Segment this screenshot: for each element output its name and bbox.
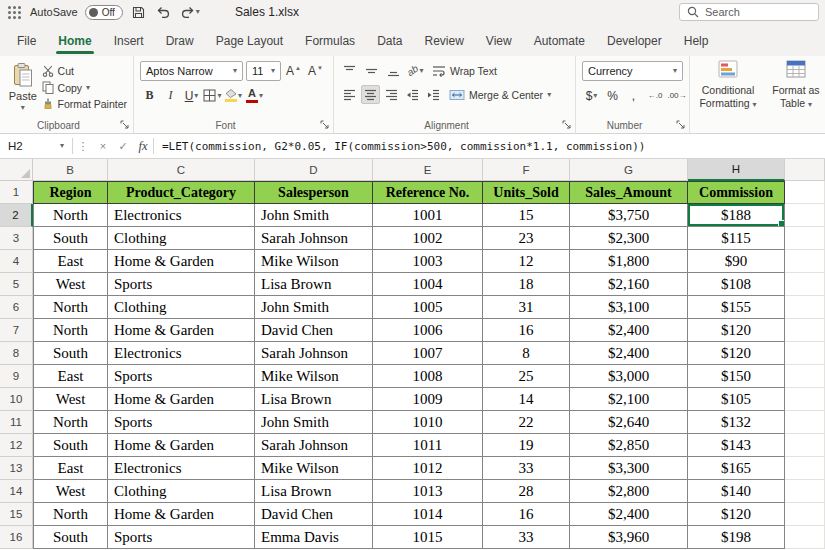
cell-E14[interactable]: 1013 [373, 480, 483, 503]
ribbon-tab-developer[interactable]: Developer [596, 28, 673, 56]
number-dialog-launcher-icon[interactable] [676, 120, 685, 129]
cell-E10[interactable]: 1009 [373, 388, 483, 411]
ribbon-tab-insert[interactable]: Insert [103, 28, 155, 56]
format-as-table-button[interactable]: Format as Table ▾ [764, 60, 825, 119]
cell-B3[interactable]: South [33, 227, 108, 250]
cell-C16[interactable]: Sports [108, 526, 255, 549]
cell-F10[interactable]: 14 [483, 388, 570, 411]
italic-button[interactable]: I [161, 86, 180, 105]
cell-F3[interactable]: 23 [483, 227, 570, 250]
cell-D13[interactable]: Mike Wilson [255, 457, 373, 480]
undo-button[interactable] [154, 6, 172, 18]
cell-empty-1[interactable] [785, 181, 825, 204]
app-launcher-icon[interactable] [8, 6, 21, 19]
save-button[interactable] [130, 6, 147, 19]
copy-button[interactable]: Copy ▾ [42, 81, 127, 94]
top-align-button[interactable] [340, 61, 359, 80]
cell-H2[interactable]: $188 [688, 204, 785, 227]
accounting-format-button[interactable]: $▾ [582, 86, 601, 105]
cell-H8[interactable]: $120 [688, 342, 785, 365]
font-dialog-launcher-icon[interactable] [320, 120, 329, 129]
cell-B14[interactable]: West [33, 480, 108, 503]
redo-button[interactable]: ▾ [179, 6, 202, 18]
document-title[interactable]: Sales 1.xlsx [235, 5, 299, 19]
borders-button[interactable]: ▾ [203, 86, 222, 105]
cell-C3[interactable]: Clothing [108, 227, 255, 250]
cell-H6[interactable]: $155 [688, 296, 785, 319]
cell-C4[interactable]: Home & Garden [108, 250, 255, 273]
cell-E12[interactable]: 1011 [373, 434, 483, 457]
cell-B11[interactable]: North [33, 411, 108, 434]
middle-align-button[interactable] [362, 61, 381, 80]
row-header-10[interactable]: 10 [0, 388, 33, 411]
cell-C12[interactable]: Home & Garden [108, 434, 255, 457]
cell-H16[interactable]: $198 [688, 526, 785, 549]
cell-B2[interactable]: North [33, 204, 108, 227]
align-left-button[interactable] [340, 85, 359, 104]
cell-E5[interactable]: 1004 [373, 273, 483, 296]
cell-F6[interactable]: 31 [483, 296, 570, 319]
cell-H5[interactable]: $108 [688, 273, 785, 296]
cell-E3[interactable]: 1002 [373, 227, 483, 250]
cell-D11[interactable]: John Smith [255, 411, 373, 434]
cell-H15[interactable]: $120 [688, 503, 785, 526]
cell-empty-16[interactable] [785, 526, 825, 549]
row-header-7[interactable]: 7 [0, 319, 33, 342]
cell-empty-4[interactable] [785, 250, 825, 273]
cell-C1[interactable]: Product_Category [108, 181, 255, 204]
cell-F12[interactable]: 19 [483, 434, 570, 457]
wrap-text-button[interactable]: Wrap Text [432, 65, 497, 77]
cell-F4[interactable]: 12 [483, 250, 570, 273]
cell-B7[interactable]: North [33, 319, 108, 342]
cell-G9[interactable]: $3,000 [570, 365, 688, 388]
decrease-indent-button[interactable] [403, 85, 422, 104]
row-header-5[interactable]: 5 [0, 273, 33, 296]
ribbon-tab-draw[interactable]: Draw [155, 28, 205, 56]
cell-E1[interactable]: Reference No. [373, 181, 483, 204]
cell-F5[interactable]: 18 [483, 273, 570, 296]
cell-C15[interactable]: Home & Garden [108, 503, 255, 526]
cell-D5[interactable]: Lisa Brown [255, 273, 373, 296]
percent-style-button[interactable]: % [603, 86, 622, 105]
cell-G5[interactable]: $2,160 [570, 273, 688, 296]
cell-H14[interactable]: $140 [688, 480, 785, 503]
cell-D8[interactable]: Sarah Johnson [255, 342, 373, 365]
merge-center-button[interactable]: Merge & Center ▾ [449, 89, 551, 101]
cell-E6[interactable]: 1005 [373, 296, 483, 319]
cell-C5[interactable]: Sports [108, 273, 255, 296]
cell-E9[interactable]: 1008 [373, 365, 483, 388]
cell-empty-10[interactable] [785, 388, 825, 411]
cell-B1[interactable]: Region [33, 181, 108, 204]
row-header-11[interactable]: 11 [0, 411, 33, 434]
cell-F8[interactable]: 8 [483, 342, 570, 365]
cell-B16[interactable]: South [33, 526, 108, 549]
cell-empty-2[interactable] [785, 204, 825, 227]
conditional-formatting-button[interactable]: Conditional Formatting ▾ [696, 60, 760, 119]
cell-F1[interactable]: Units_Sold [483, 181, 570, 204]
font-color-button[interactable]: A ▾ [245, 86, 264, 105]
cell-empty-11[interactable] [785, 411, 825, 434]
bottom-align-button[interactable] [384, 61, 403, 80]
cell-B12[interactable]: South [33, 434, 108, 457]
cut-button[interactable]: Cut [42, 65, 127, 77]
fill-color-button[interactable]: ▾ [224, 86, 243, 105]
cell-C8[interactable]: Electronics [108, 342, 255, 365]
cell-G1[interactable]: Sales_Amount [570, 181, 688, 204]
cell-D7[interactable]: David Chen [255, 319, 373, 342]
cell-D15[interactable]: David Chen [255, 503, 373, 526]
align-right-button[interactable] [382, 85, 401, 104]
cell-H3[interactable]: $115 [688, 227, 785, 250]
cell-C6[interactable]: Clothing [108, 296, 255, 319]
ribbon-tab-home[interactable]: Home [47, 28, 102, 56]
cell-H11[interactable]: $132 [688, 411, 785, 434]
ribbon-tab-view[interactable]: View [475, 28, 523, 56]
cell-E8[interactable]: 1007 [373, 342, 483, 365]
cell-B9[interactable]: East [33, 365, 108, 388]
enter-entry-icon[interactable]: ✓ [113, 140, 133, 153]
increase-font-size-button[interactable]: A▲ [284, 62, 303, 81]
cell-F7[interactable]: 16 [483, 319, 570, 342]
cell-empty-7[interactable] [785, 319, 825, 342]
row-header-4[interactable]: 4 [0, 250, 33, 273]
decrease-decimal-button[interactable]: .00→ [667, 86, 687, 105]
ribbon-tab-help[interactable]: Help [673, 28, 720, 56]
